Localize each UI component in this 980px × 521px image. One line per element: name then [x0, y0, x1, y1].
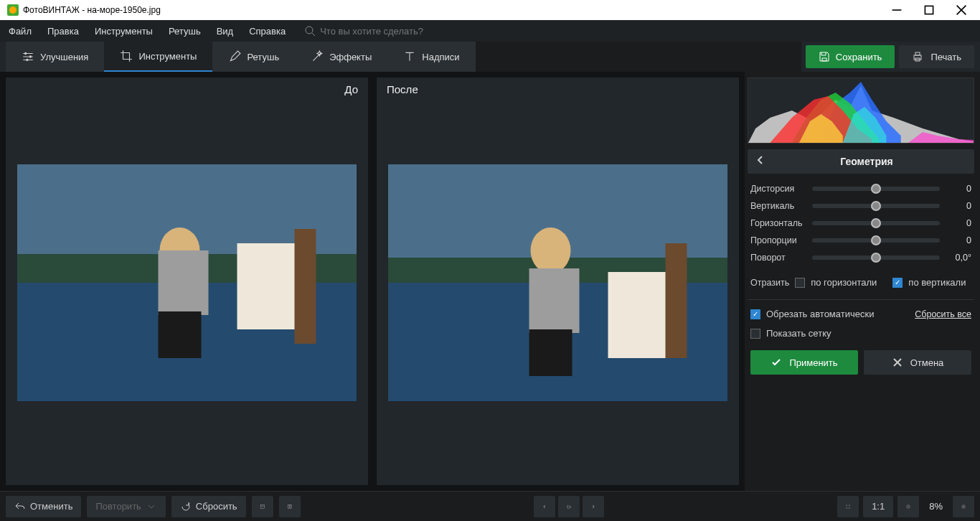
back-button[interactable]	[755, 154, 766, 169]
slider-horizontal-track[interactable]	[812, 221, 940, 225]
flip-row: Отразить по горизонтали ✓ по вертикали	[748, 273, 974, 292]
maximize-icon	[923, 4, 935, 16]
zoom-out-button[interactable]	[897, 496, 919, 517]
cancel-button[interactable]: Отмена	[864, 350, 971, 375]
svg-rect-33	[290, 504, 291, 508]
crop-icon	[120, 50, 133, 62]
search-input[interactable]	[320, 26, 463, 37]
panel-header: Геометрия	[748, 149, 974, 174]
chevron-down-icon	[146, 501, 157, 512]
maximize-button[interactable]	[913, 0, 945, 20]
svg-rect-32	[288, 504, 289, 508]
tab-retouch[interactable]: Ретушь	[212, 42, 295, 72]
svg-rect-31	[260, 504, 264, 508]
undo-icon	[14, 501, 26, 512]
minimize-button[interactable]	[880, 0, 913, 20]
slider-rotate[interactable]: Поворот 0,0°	[750, 253, 971, 263]
slider-distortion-label: Дисторсия	[750, 184, 806, 194]
tab-effects[interactable]: Эффекты	[295, 42, 387, 72]
slider-vertical-label: Вертикаль	[750, 201, 806, 211]
search-icon	[304, 25, 316, 37]
flip-h-checkbox[interactable]	[795, 278, 805, 288]
status-bar: Отменить Повторить Сбросить 1:1	[0, 491, 980, 521]
zoom-actual-label: 1:1	[872, 501, 885, 512]
next-image-button[interactable]	[583, 496, 604, 517]
sliders-icon	[22, 50, 34, 63]
reset-label: Сбросить	[196, 501, 237, 512]
panel-title: Геометрия	[766, 156, 967, 167]
fit-screen-button[interactable]	[837, 496, 859, 517]
histogram[interactable]	[748, 78, 974, 144]
zoom-percent: 8%	[923, 501, 948, 512]
reset-button[interactable]: Сбросить	[171, 496, 246, 517]
menu-view[interactable]: Вид	[214, 23, 237, 39]
menu-search[interactable]	[304, 25, 463, 37]
auto-crop-checkbox[interactable]: ✓	[750, 309, 760, 319]
compare-button[interactable]	[279, 496, 301, 517]
apply-label: Применить	[789, 357, 837, 368]
svg-rect-22	[608, 272, 673, 358]
show-grid-label: Показать сетку	[766, 328, 831, 339]
tab-enhance[interactable]: Улучшения	[6, 42, 104, 72]
save-label: Сохранить	[836, 52, 882, 62]
svg-rect-0	[925, 6, 933, 14]
chevron-right-icon	[591, 501, 595, 512]
history-icon	[260, 501, 265, 512]
print-button[interactable]: Печать	[899, 45, 974, 68]
text-icon	[403, 50, 416, 63]
menu-tools[interactable]: Инструменты	[92, 23, 156, 39]
reset-all-link[interactable]: Сбросить все	[915, 309, 971, 319]
folder-icon	[567, 501, 571, 512]
svg-rect-15	[295, 229, 316, 344]
slider-proportions-track[interactable]	[812, 238, 940, 243]
slider-rotate-value: 0,0°	[946, 253, 971, 263]
tab-text-label: Надписи	[422, 52, 459, 62]
svg-rect-20	[529, 268, 580, 333]
reset-icon	[180, 501, 192, 512]
svg-rect-12	[159, 250, 209, 315]
slider-horizontal-label: Горизонталь	[750, 218, 806, 228]
slider-rotate-track[interactable]	[812, 255, 940, 260]
zoom-in-button[interactable]	[953, 496, 974, 517]
close-button[interactable]	[945, 0, 977, 20]
browse-button[interactable]	[558, 496, 580, 517]
slider-horizontal[interactable]: Горизонталь 0	[750, 218, 971, 228]
tab-text[interactable]: Надписи	[387, 42, 475, 72]
slider-proportions[interactable]: Пропорции 0	[750, 235, 971, 245]
apply-button[interactable]: Применить	[750, 350, 858, 375]
zoom-group: 1:1 8%	[837, 496, 974, 517]
wand-icon	[311, 50, 324, 63]
flip-v-checkbox[interactable]: ✓	[892, 278, 903, 288]
slider-distortion[interactable]: Дисторсия 0	[750, 184, 971, 194]
slider-vertical-track[interactable]	[812, 204, 940, 208]
history-button[interactable]	[252, 496, 273, 517]
slider-proportions-value: 0	[946, 235, 971, 245]
menu-retouch[interactable]: Ретушь	[166, 23, 204, 39]
auto-crop-label: Обрезать автоматически	[766, 309, 874, 319]
svg-point-4	[26, 59, 28, 61]
before-image[interactable]	[17, 164, 357, 401]
undo-button[interactable]: Отменить	[6, 496, 81, 517]
save-button[interactable]: Сохранить	[806, 45, 895, 68]
menu-file[interactable]: Файл	[6, 23, 34, 39]
zoom-actual-button[interactable]: 1:1	[863, 496, 893, 517]
svg-rect-23	[666, 243, 687, 358]
x-icon	[892, 357, 903, 368]
tab-tools[interactable]: Инструменты	[104, 42, 212, 72]
slider-proportions-label: Пропорции	[750, 235, 806, 245]
menu-bar: Файл Правка Инструменты Ретушь Вид Справ…	[0, 20, 980, 42]
prev-image-button[interactable]	[534, 496, 555, 517]
show-grid-checkbox[interactable]	[750, 329, 760, 339]
slider-vertical[interactable]: Вертикаль 0	[750, 201, 971, 211]
svg-point-19	[531, 227, 571, 273]
redo-button[interactable]: Повторить	[87, 496, 165, 517]
after-label: После	[377, 78, 428, 100]
tab-enhance-label: Улучшения	[40, 52, 88, 62]
minimize-icon	[891, 4, 903, 16]
save-icon	[819, 51, 830, 62]
menu-help[interactable]: Справка	[246, 23, 288, 39]
svg-point-2	[24, 52, 27, 55]
after-image[interactable]	[388, 164, 727, 401]
slider-distortion-track[interactable]	[812, 187, 940, 191]
menu-edit[interactable]: Правка	[44, 23, 82, 39]
